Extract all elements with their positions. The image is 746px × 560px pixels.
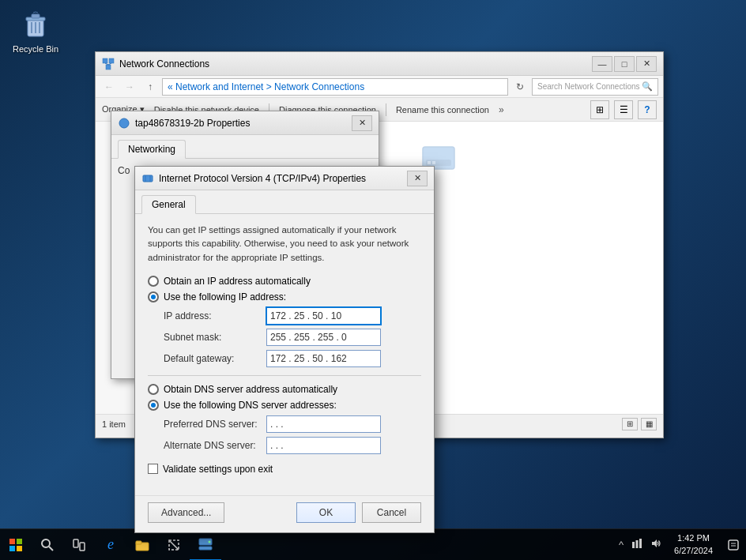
svg-rect-14 <box>432 161 435 164</box>
obtain-dns-auto-radio[interactable] <box>148 384 159 395</box>
task-view-button[interactable] <box>63 529 95 561</box>
network-window-controls: — □ ✕ <box>592 56 657 72</box>
subnet-mask-value: 255 . 255 . 255 . 0 <box>270 332 347 343</box>
taskbar: e ^ <box>0 528 746 560</box>
network-nav-bar: ← → ↑ « Network and Internet > Network C… <box>96 76 663 98</box>
desktop: Recycle Bin Network Connections — □ ✕ <box>0 0 746 560</box>
toolbar-more-button[interactable]: » <box>499 104 504 115</box>
view-details-button[interactable]: ⊞ <box>590 100 609 119</box>
tap-dialog-title: tap48678319-2b Properties <box>135 118 352 129</box>
obtain-dns-auto-label: Obtain DNS server address automatically <box>164 384 337 395</box>
ipv4-dialog-title: Internet Protocol Version 4 (TCP/IPv4) P… <box>159 173 407 184</box>
server-manager-taskbar-button[interactable] <box>190 529 221 561</box>
tray-expand-button[interactable]: ^ <box>617 537 625 552</box>
use-following-ip-radio[interactable] <box>148 291 159 303</box>
validate-label: Validate settings upon exit <box>163 464 273 475</box>
svg-rect-22 <box>17 546 22 551</box>
svg-rect-20 <box>17 539 22 544</box>
ok-button[interactable]: OK <box>296 502 356 523</box>
obtain-ip-auto-option[interactable]: Obtain an IP address automatically <box>148 276 421 287</box>
view-list-button[interactable]: ⊞ <box>622 418 638 430</box>
svg-line-9 <box>105 63 108 65</box>
nav-search[interactable]: Search Network Connections 🔍 <box>532 78 658 96</box>
svg-rect-19 <box>9 539 15 544</box>
nav-back-button[interactable]: ← <box>100 78 118 96</box>
ipv4-dialog-controls: ✕ <box>407 171 428 186</box>
subnet-mask-input[interactable]: 255 . 255 . 255 . 0 <box>266 329 381 346</box>
use-following-ip-option[interactable]: Use the following IP address: <box>148 291 421 303</box>
view-tile-button[interactable]: ▦ <box>641 418 657 430</box>
svg-line-24 <box>49 547 53 551</box>
ipv4-info-text: You can get IP settings assigned automat… <box>148 224 421 265</box>
ie-taskbar-button[interactable]: e <box>95 529 126 561</box>
default-gateway-input[interactable]: 172 . 25 . 50 . 162 <box>266 350 381 367</box>
recycle-bin-icon[interactable]: Recycle Bin <box>8 6 63 57</box>
network-window-title: Network Connections <box>119 58 592 70</box>
ipv4-close-button[interactable]: ✕ <box>407 171 428 186</box>
ip-fields-group: IP address: 172 . 25 . 50 . 10 Subnet ma… <box>148 307 421 367</box>
taskbar-tray: ^ 1:42 PM 6/27/2024 <box>617 529 746 561</box>
svg-point-33 <box>209 540 211 543</box>
svg-rect-7 <box>109 58 114 63</box>
svg-rect-8 <box>106 65 111 70</box>
ipv4-body: You can get IP settings assigned automat… <box>135 214 434 495</box>
preferred-dns-input[interactable]: . . . <box>266 415 381 433</box>
general-tab[interactable]: General <box>141 195 196 214</box>
use-following-dns-radio[interactable] <box>148 400 159 411</box>
view-icons-button[interactable]: ☰ <box>614 100 633 119</box>
rename-button[interactable]: Rename this connection <box>396 105 489 115</box>
default-gateway-row: Default gateway: 172 . 25 . 50 . 162 <box>164 350 421 367</box>
tap-dialog-titlebar: tap48678319-2b Properties ✕ <box>111 111 379 135</box>
network-window-titlebar: Network Connections — □ ✕ <box>96 52 663 76</box>
search-taskbar-button[interactable] <box>32 529 63 561</box>
maximize-button[interactable]: □ <box>614 56 635 72</box>
recycle-bin-image <box>20 9 51 41</box>
alternate-dns-input[interactable]: . . . <box>266 437 381 454</box>
nav-forward-button[interactable]: → <box>121 78 138 96</box>
status-text: 1 item <box>102 419 126 429</box>
advanced-button[interactable]: Advanced... <box>148 502 224 523</box>
nav-up-button[interactable]: ↑ <box>141 78 159 96</box>
close-button[interactable]: ✕ <box>636 56 657 72</box>
volume-tray-icon[interactable] <box>649 536 663 553</box>
svg-line-30 <box>169 540 179 550</box>
tap-content-label: Co <box>118 165 130 176</box>
nav-refresh-button[interactable]: ↻ <box>511 78 529 96</box>
obtain-dns-auto-option[interactable]: Obtain DNS server address automatically <box>148 384 421 395</box>
nav-breadcrumb[interactable]: « Network and Internet > Network Connect… <box>162 78 508 96</box>
notification-button[interactable] <box>724 529 743 561</box>
explorer-taskbar-button[interactable] <box>126 529 158 561</box>
start-button[interactable] <box>0 529 32 561</box>
cancel-button[interactable]: Cancel <box>362 502 421 523</box>
ipv4-tab-bar: General <box>135 190 434 214</box>
use-following-dns-option[interactable]: Use the following DNS server addresses: <box>148 400 421 411</box>
ip-address-label: IP address: <box>164 310 266 321</box>
help-button[interactable]: ? <box>638 100 657 119</box>
svg-rect-35 <box>636 540 639 548</box>
clock-time: 1:42 PM <box>674 532 713 544</box>
preferred-dns-label: Preferred DNS server: <box>164 419 266 430</box>
ip-address-value: 172 . 25 . 50 . 10 <box>270 310 341 321</box>
obtain-ip-auto-radio[interactable] <box>148 276 159 287</box>
svg-rect-36 <box>639 539 642 548</box>
svg-rect-32 <box>199 547 212 550</box>
network-tray-icon[interactable] <box>630 536 644 553</box>
taskbar-clock[interactable]: 1:42 PM 6/27/2024 <box>668 532 719 557</box>
svg-rect-25 <box>73 539 78 547</box>
svg-rect-6 <box>103 58 107 63</box>
validate-checkbox[interactable] <box>148 464 158 474</box>
tap-close-button[interactable]: ✕ <box>352 115 372 131</box>
svg-rect-16 <box>143 175 153 182</box>
ip-address-row: IP address: 172 . 25 . 50 . 10 <box>164 307 421 325</box>
snipping-taskbar-button[interactable] <box>158 529 190 561</box>
subnet-mask-row: Subnet mask: 255 . 255 . 255 . 0 <box>164 329 421 346</box>
minimize-button[interactable]: — <box>592 56 612 72</box>
tap-dialog-controls: ✕ <box>352 115 372 131</box>
networking-tab[interactable]: Networking <box>118 140 186 159</box>
use-following-ip-label: Use the following IP address: <box>164 291 286 303</box>
ip-address-input[interactable]: 172 . 25 . 50 . 10 <box>266 307 381 325</box>
svg-rect-34 <box>632 542 635 548</box>
tap-tab-bar: Networking <box>111 135 379 159</box>
default-gateway-value: 172 . 25 . 50 . 162 <box>270 353 347 364</box>
svg-point-23 <box>42 539 50 547</box>
